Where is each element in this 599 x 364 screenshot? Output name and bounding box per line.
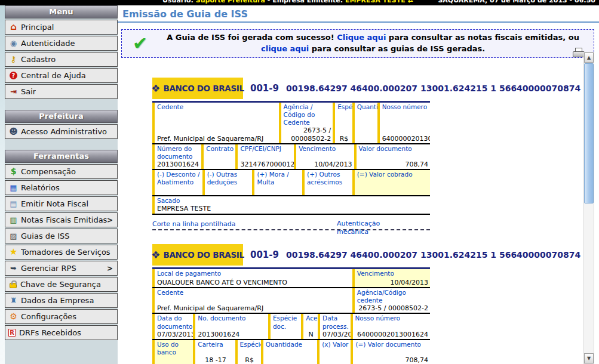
field-value: R$ [240,356,259,364]
field-label: (x) Valor [322,341,349,348]
sidebar-item-dados-da-empresa[interactable]: ♜Dados da Empresa [5,293,118,308]
success-message-text: A Guia de ISS foi gerada com sucesso! Cl… [159,32,586,55]
boleto-row: (-) Desconto / Abatimento (-) Outras ded… [152,170,430,196]
top-status-bar: Usuário: Suporte Prefeitura - Empresa Em… [0,0,599,5]
vertical-scrollbar[interactable]: ▲ ▼ [583,52,594,364]
sidebar-item-acesso-administrativo[interactable]: ☻Acesso Administrativo [5,124,118,139]
switch-company-icon[interactable]: ⇄ [408,0,413,4]
success-message-box: ✔ A Guia de ISS foi gerada com sucesso! … [121,29,594,58]
field-value [257,187,300,195]
boleto-field: (-) Outras deduções [202,170,253,195]
field-label: Data process. [322,314,348,330]
key-icon: ⚷ [8,55,19,63]
field-value: 2013001624 [157,161,199,168]
sidebar-item-central-de-ajuda[interactable]: ?Central de Ajuda [5,68,118,83]
sidebar-item-cadastro[interactable]: ⚷Cadastro [5,52,118,67]
title-underline [118,21,599,23]
digitable-line: 00198.64297 46400.000207 13001.624215 1 … [286,84,580,93]
sidebar-item-gerenciar-rps[interactable]: ➥Gerenciar RPS> [5,261,118,276]
boleto-field: Local de pagamentoQUALQUER BANCO ATÉ O V… [152,269,352,287]
boleto-row: CedentePref. Municipal de Saquarema/RJAg… [152,288,430,314]
boleto-bank-header: ❖ BANCO DO BRASIL 001-9 00198.64297 4640… [152,76,430,100]
field-value [266,356,315,364]
field-value: Pref. Municipal de Saquarema/RJ [157,135,277,143]
sidebar-item-label: Cadastro [21,55,56,64]
field-value: Pref. Municipal de Saquarema/RJ [157,304,351,312]
admin-user-icon: ☻ [8,128,19,135]
sidebar-item-label: Dados da Empresa [21,296,94,305]
sidebar-item-sair[interactable]: ⇥Sair [5,84,118,99]
sidebar-item-notas-fiscais-emitidas[interactable]: ▥Notas Fiscais Emitidas> [5,212,118,227]
boleto-field: SacadoEMPRESA TESTE [152,196,430,213]
printer-body [573,51,585,57]
sidebar-item-label: DRFs Recebidos [19,328,81,337]
success-check-icon: ✔ [133,35,148,53]
lock-icon [10,283,17,288]
boleto-row: Uso do banco Carteira18 -17EspécieR$Quan… [152,340,430,364]
sidebar-header-ferramentas: Ferramentas [5,150,118,163]
sidebar-item-chave-de-seguranca[interactable]: Chave de Segurança [5,277,118,292]
field-value [322,356,349,364]
sidebar-item-label: Central de Ajuda [21,71,86,80]
status-bar-text: Usuário: Suporte Prefeitura - Empresa Em… [162,0,595,4]
field-label: Aceite [306,314,316,322]
guide-icon: ▨ [8,232,19,240]
scrollbar-thumb[interactable] [584,63,594,203]
company-icon: ♜ [8,297,19,304]
sidebar-section-menu: ⌂Principal◉Autenticidade⚷Cadastro?Centra… [5,20,118,99]
boleto-field: (=) Valor cobrado [352,170,430,195]
boleto-field: EspécieR$ [235,340,261,364]
sidebar-item-autenticidade[interactable]: ◉Autenticidade [5,36,118,51]
field-label: Quantidade [357,103,376,111]
sidebar-item-label: Sair [21,87,36,96]
sidebar-item-label: Principal [21,23,54,32]
boleto-field: Vencimento10/04/2013 [294,144,354,169]
banco-do-brasil-logo: ❖ BANCO DO BRASIL [152,244,243,266]
field-label: Número do documento [157,145,199,161]
sidebar-header-prefeitura: Prefeitura [5,110,118,123]
boleto-field: (+) Outros acréscimos [302,170,352,195]
sidebar-item-guias-de-iss[interactable]: ▨Guias de ISS [5,229,118,243]
boleto-field: AceiteN [301,314,318,338]
boleto-row: CedentePref. Municipal de Saquarema/RJAg… [152,103,430,144]
consult-iss-guides-link[interactable]: clique aqui [261,44,309,53]
field-label: Local de pagamento [157,270,351,277]
field-label: (-) Outras deduções [207,171,251,186]
boleto-field: Vencimento10/04/2013 [352,269,430,287]
consult-invoices-link[interactable]: Clique aqui [337,33,386,42]
sidebar-item-relatorios[interactable]: ▦Relatórios [5,180,118,195]
field-label: Espécie doc. [273,314,299,330]
boleto-bank-header: ❖ BANCO DO BRASIL 001-9 00198.64297 4640… [152,243,430,267]
sidebar-item-principal[interactable]: ⌂Principal [5,20,118,35]
boleto-field: CedentePref. Municipal de Saquarema/RJ [152,288,352,313]
sidebar-item-label: Tomadores de Serviços [21,248,110,257]
boleto-row: Local de pagamentoQUALQUER BANCO ATÉ O V… [152,269,430,288]
sidebar-item-label: Configurações [21,312,76,321]
sidebar-item-emitir-nota-fiscal[interactable]: ▤Emitir Nota Fiscal [5,196,118,211]
sidebar-item-tomadores-de-servicos[interactable]: ★Tomadores de Serviços [5,245,118,260]
field-label: Vencimento [299,145,352,153]
bank-name: BANCO DO BRASIL [163,250,244,260]
boleto-row: SacadoEMPRESA TESTE [152,196,430,214]
scroll-down-button[interactable]: ▼ [584,353,594,363]
location-date: SAQUAREMA, 07 de Março de 2013 - 06:50 [438,0,595,4]
boleto-field: (=) Valor documento708,74 [351,340,430,364]
boleto-payment-slip: ❖ BANCO DO BRASIL 001-9 00198.64297 4640… [152,243,430,364]
sidebar-item-configuracoes[interactable]: ⚙Configurações [5,309,118,324]
scroll-up-button[interactable]: ▲ [584,53,594,63]
sidebar-item-drfs-recebidos[interactable]: RDRFs Recebidos [5,325,118,340]
submenu-arrow-icon: > [107,216,114,224]
field-label: (-) Desconto / Abatimento [157,171,201,186]
field-value: 2673-5 / 00008502-2 [284,127,331,142]
user-label: Usuário: [162,0,193,4]
sidebar-item-compensacao[interactable]: $Compensação [5,164,118,179]
boleto-field: Contrato [201,144,235,169]
left-edge-strip [0,5,5,364]
digitable-line: 00198.64297 46400.000207 13001.624215 1 … [286,250,580,260]
exit-icon: ⇥ [8,88,19,95]
gear-icon: ⚙ [8,313,19,320]
printer-icon[interactable] [573,48,585,58]
bank-logo-icon: ❖ [151,82,160,94]
field-value [206,161,234,168]
success-text-2: para consultar as notas fiscais emitidas… [386,33,579,42]
